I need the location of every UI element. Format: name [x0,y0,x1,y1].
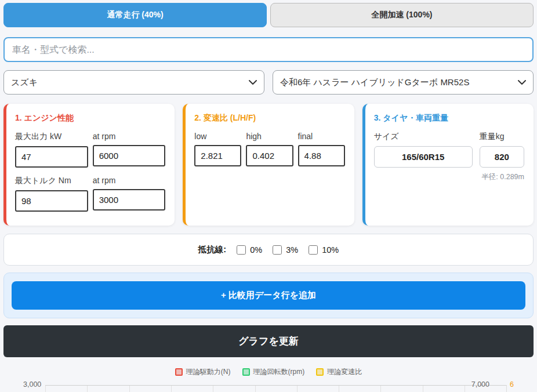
resistance-0pct-checkbox[interactable] [237,245,246,255]
tab-normal-drive[interactable]: 通常走行 (40%) [3,3,267,27]
tab-full-throttle-label: 全開加速 (100%) [371,10,432,20]
right-axis-top-tick: 7,000 [471,380,489,389]
legend-item-gear-ratio[interactable]: 理論変速比 [316,367,362,377]
spec-cards: 1. エンジン性能 最大出力 kW at rpm 最大トルク Nm at rpm [3,104,534,226]
legend-label-gear-ratio: 理論変速比 [327,367,362,377]
legend-swatch-yellow [316,368,324,376]
chart-plot-grid [45,385,506,392]
update-graph-button[interactable]: グラフを更新 [3,325,534,357]
add-comparison-row-button[interactable]: + 比較用データ行を追加 [12,281,525,310]
max-torque-input[interactable] [15,190,88,212]
legend-swatch-red [175,368,183,376]
engine-card: 1. エンジン性能 最大出力 kW at rpm 最大トルク Nm at rpm [3,104,175,226]
far-right-axis-top-tick: 6 [510,380,514,389]
legend-item-rpm[interactable]: 理論回転数(rpm) [242,367,305,377]
max-power-label: 最大出力 kW [15,132,88,142]
right-axis-line [506,385,507,392]
gear-ratio-card-title: 2. 変速比 (L/H/F) [194,113,344,124]
select-row: スズキ 令和6年 ハスラー ハイブリッドGターボ MR52S [3,70,534,95]
tab-full-throttle[interactable]: 全開加速 (100%) [270,3,534,27]
weight-label: 重量kg [480,132,524,142]
resistance-10pct-label: 10% [322,245,339,255]
maker-select[interactable]: スズキ [3,70,264,95]
power-rpm-label: at rpm [93,132,166,141]
tire-size-label: サイズ [374,132,473,142]
model-select[interactable]: 令和6年 ハスラー ハイブリッドGターボ MR52S [273,70,534,95]
app-page: 通常走行 (40%) 全開加速 (100%) スズキ 令和6年 ハスラー ハイブ… [0,0,537,392]
legend-label-rpm: 理論回転数(rpm) [253,367,305,377]
vehicle-search-input[interactable] [3,37,534,62]
chart-axis-strip: 3,000 7,000 6 [3,380,534,392]
model-select-value: 令和6年 ハスラー ハイブリッドGターボ MR52S [280,77,518,88]
resistance-3pct-checkbox[interactable] [273,245,282,255]
gear-high-input[interactable] [246,145,293,166]
search-row [3,37,534,62]
left-axis-top-tick: 3,000 [23,380,41,389]
legend-swatch-green [242,368,250,376]
gear-final-input[interactable] [298,145,345,166]
chevron-down-icon [249,80,257,85]
legend-label-driving-force: 理論駆動力(N) [186,367,231,377]
resistance-10pct-checkbox[interactable] [309,245,318,255]
engine-card-title: 1. エンジン性能 [15,113,165,124]
chevron-down-icon [518,80,526,85]
tire-radius-note: 半径: 0.289m [480,172,524,182]
max-torque-label: 最大トルク Nm [15,176,88,186]
tire-weight-card-title: 3. タイヤ・車両重量 [374,113,524,124]
gear-high-label: high [246,132,293,141]
resistance-3pct-label: 3% [286,245,298,255]
gear-low-label: low [194,132,241,141]
torque-rpm-input[interactable] [93,189,166,210]
weight-input[interactable] [480,146,524,168]
tire-size-input[interactable] [374,146,473,168]
tab-normal-drive-label: 通常走行 (40%) [107,10,163,20]
resistance-3pct-option[interactable]: 3% [273,245,298,255]
chart-area: 理論駆動力(N) 理論回転数(rpm) 理論変速比 3,000 7,000 6 [3,367,534,392]
resistance-label: 抵抗線: [198,244,226,255]
maker-select-value: スズキ [11,77,249,88]
add-row-panel: + 比較用データ行を追加 [3,273,534,318]
resistance-0pct-label: 0% [250,245,262,255]
tire-weight-card: 3. タイヤ・車両重量 サイズ 重量kg 半径: 0.289m [362,104,534,226]
resistance-0pct-option[interactable]: 0% [237,245,262,255]
resistance-line-card: 抵抗線: 0% 3% 10% [3,234,534,266]
power-rpm-input[interactable] [93,145,166,166]
gear-low-input[interactable] [194,145,241,166]
chart-legend: 理論駆動力(N) 理論回転数(rpm) 理論変速比 [3,367,534,377]
gear-ratio-card: 2. 変速比 (L/H/F) low high final [183,104,354,226]
resistance-10pct-option[interactable]: 10% [309,245,339,255]
legend-item-driving-force[interactable]: 理論駆動力(N) [175,367,231,377]
mode-tabs: 通常走行 (40%) 全開加速 (100%) [3,3,534,27]
max-power-input[interactable] [15,146,88,168]
gear-final-label: final [298,132,345,141]
torque-rpm-label: at rpm [93,176,166,185]
